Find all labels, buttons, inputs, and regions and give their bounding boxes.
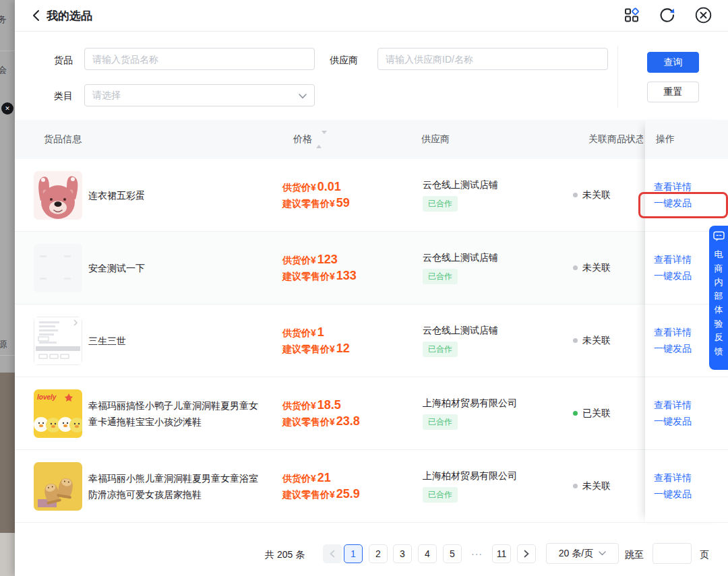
supply-price-value: 1 bbox=[317, 325, 324, 340]
page-button-4[interactable]: 4 bbox=[418, 544, 437, 563]
price-cell: 供货价¥0.01 建议零售价¥59 bbox=[282, 159, 350, 231]
product-cell: 三生三世 bbox=[34, 305, 258, 377]
col-supplier: 供应商 bbox=[421, 133, 450, 146]
reset-button[interactable]: 重置 bbox=[647, 82, 699, 102]
table-row: 安全测试一下 供货价¥123 建议零售价¥133 云仓线上测试店铺 已合作 未关… bbox=[15, 232, 728, 305]
background-nav-item: 会 bbox=[0, 64, 7, 76]
product-name-input[interactable] bbox=[84, 48, 315, 70]
product-image bbox=[34, 462, 82, 511]
table-row: 三生三世 供货价¥1 建议零售价¥12 云仓线上测试店铺 已合作 未关联 bbox=[15, 305, 728, 377]
link-status-text: 已关联 bbox=[582, 408, 611, 420]
link-status-cell: 未关联 bbox=[573, 232, 611, 304]
one-click-publish-link[interactable]: 一键发品 bbox=[654, 342, 692, 356]
cooperated-badge: 已合作 bbox=[423, 342, 458, 357]
chevron-down-icon bbox=[299, 90, 307, 102]
col-product-info: 货品信息 bbox=[44, 133, 82, 146]
one-click-publish-link[interactable]: 一键发品 bbox=[654, 196, 692, 210]
retail-price-label: 建议零售价¥ bbox=[282, 271, 335, 283]
page-button-5[interactable]: 5 bbox=[443, 544, 462, 563]
retail-price-value: 59 bbox=[336, 196, 350, 210]
price-cell: 供货价¥21 建议零售价¥25.9 bbox=[282, 450, 360, 522]
supplier-cell: 云仓线上测试店铺 已合作 bbox=[423, 159, 498, 231]
next-page-button[interactable] bbox=[517, 544, 536, 563]
view-detail-link[interactable]: 查看详情 bbox=[654, 471, 692, 485]
cooperated-badge: 已合作 bbox=[423, 487, 458, 503]
feedback-tab[interactable]: 电商内部体验反馈 bbox=[709, 226, 728, 370]
chevron-down-icon bbox=[599, 551, 606, 556]
one-click-publish-link[interactable]: 一键发品 bbox=[654, 414, 692, 428]
supply-price-label: 供货价¥ bbox=[282, 473, 316, 485]
one-click-publish-link[interactable]: 一键发品 bbox=[654, 487, 692, 501]
total-count: 共 205 条 bbox=[265, 549, 305, 561]
product-image bbox=[34, 317, 82, 365]
table-body: 连衣裙五彩蛋 供货价¥0.01 建议零售价¥59 云仓线上测试店铺 已合作 未关… bbox=[15, 159, 728, 523]
page-button-1[interactable]: 1 bbox=[344, 544, 363, 563]
supply-price-label: 供货价¥ bbox=[282, 255, 316, 267]
pagination-ellipsis: ··· bbox=[471, 548, 483, 559]
cooperated-badge: 已合作 bbox=[423, 269, 458, 284]
retail-price-value: 133 bbox=[336, 269, 357, 283]
product-name: 三生三世 bbox=[88, 333, 258, 349]
close-icon[interactable] bbox=[694, 6, 712, 24]
cooperated-badge: 已合作 bbox=[423, 196, 458, 212]
link-status-text: 未关联 bbox=[582, 189, 611, 201]
page-size-select[interactable]: 20 条/页 bbox=[546, 543, 619, 564]
product-name: 连衣裙五彩蛋 bbox=[88, 187, 258, 203]
supply-price-label: 供货价¥ bbox=[282, 182, 316, 194]
svg-text:lovely: lovely bbox=[37, 393, 57, 401]
cooperated-badge: 已合作 bbox=[423, 414, 458, 430]
grid-apps-icon[interactable] bbox=[624, 7, 642, 25]
retail-price-label: 建议零售价¥ bbox=[282, 489, 335, 501]
page-title: 我的选品 bbox=[47, 8, 92, 24]
one-click-publish-link[interactable]: 一键发品 bbox=[654, 269, 692, 283]
view-detail-link[interactable]: 查看详情 bbox=[654, 398, 692, 412]
product-cell: lovely 幸福玛丽搞怪小鸭子儿童洞洞鞋夏男童女童卡通拖鞋宝宝小孩沙滩鞋 bbox=[34, 377, 258, 449]
status-dot bbox=[573, 193, 578, 197]
supplier-name: 云仓线上测试店铺 bbox=[423, 252, 498, 264]
refresh-icon[interactable] bbox=[658, 6, 676, 24]
background-close-badge: ✕ bbox=[1, 102, 13, 115]
supplier-cell: 上海柏材贸易有限公司 已合作 bbox=[423, 377, 517, 449]
actions-cell: 查看详情 一键发品 bbox=[645, 450, 728, 523]
supplier-input[interactable] bbox=[377, 48, 608, 70]
link-status-cell: 未关联 bbox=[573, 450, 611, 522]
jump-to-label: 跳至 bbox=[625, 549, 644, 561]
price-cell: 供货价¥1 建议零售价¥12 bbox=[282, 305, 350, 377]
table-row: 连衣裙五彩蛋 供货价¥0.01 建议零售价¥59 云仓线上测试店铺 已合作 未关… bbox=[15, 159, 728, 232]
supply-price-value: 18.5 bbox=[317, 398, 341, 412]
supplier-name: 云仓线上测试店铺 bbox=[423, 179, 498, 191]
link-status-cell: 未关联 bbox=[573, 305, 611, 377]
prev-page-button[interactable] bbox=[323, 544, 342, 563]
product-image bbox=[34, 244, 82, 292]
link-status-text: 未关联 bbox=[582, 480, 611, 492]
category-select[interactable]: 请选择 bbox=[84, 84, 315, 106]
view-detail-link[interactable]: 查看详情 bbox=[654, 325, 692, 340]
view-detail-link[interactable]: 查看详情 bbox=[654, 253, 692, 267]
supplier-cell: 云仓线上测试店铺 已合作 bbox=[423, 305, 498, 377]
table-row: 幸福玛丽小熊儿童洞洞鞋夏男童女童浴室防滑凉拖可爱女孩居家拖鞋 供货价¥21 建议… bbox=[15, 450, 728, 523]
retail-price-label: 建议零售价¥ bbox=[282, 344, 335, 356]
retail-price-value: 23.8 bbox=[336, 414, 360, 428]
status-dot bbox=[573, 411, 578, 416]
product-name: 幸福玛丽小熊儿童洞洞鞋夏男童女童浴室防滑凉拖可爱女孩居家拖鞋 bbox=[88, 470, 258, 503]
sort-icon[interactable] bbox=[316, 134, 327, 145]
back-icon[interactable] bbox=[30, 9, 43, 22]
price-cell: 供货价¥18.5 建议零售价¥23.8 bbox=[282, 377, 360, 449]
product-name: 幸福玛丽搞怪小鸭子儿童洞洞鞋夏男童女童卡通拖鞋宝宝小孩沙滩鞋 bbox=[88, 397, 258, 430]
background-page-strip: 务 会 ✕ 源 bbox=[0, 0, 15, 576]
page-button-11[interactable]: 11 bbox=[492, 544, 511, 563]
page-button-3[interactable]: 3 bbox=[393, 544, 412, 563]
query-button[interactable]: 查询 bbox=[647, 52, 699, 73]
view-detail-link[interactable]: 查看详情 bbox=[654, 180, 692, 194]
retail-price-value: 25.9 bbox=[336, 487, 360, 501]
background-photo bbox=[0, 373, 15, 533]
status-dot bbox=[573, 265, 578, 270]
table-row: lovely 幸福玛丽搞怪小鸭子儿童洞洞鞋夏男童女童卡通拖鞋宝宝小孩沙滩鞋 供货… bbox=[15, 377, 728, 450]
my-selection-modal: 我的选品 货品 供应商 类目 请选择 bbox=[15, 0, 728, 576]
page-button-2[interactable]: 2 bbox=[369, 544, 388, 563]
background-nav-item: 务 bbox=[0, 13, 7, 26]
supply-price-value: 123 bbox=[317, 253, 338, 267]
jump-to-page-input[interactable] bbox=[653, 543, 692, 564]
col-actions: 操作 bbox=[645, 120, 728, 159]
actions-cell: 查看详情 一键发品 bbox=[645, 377, 728, 450]
